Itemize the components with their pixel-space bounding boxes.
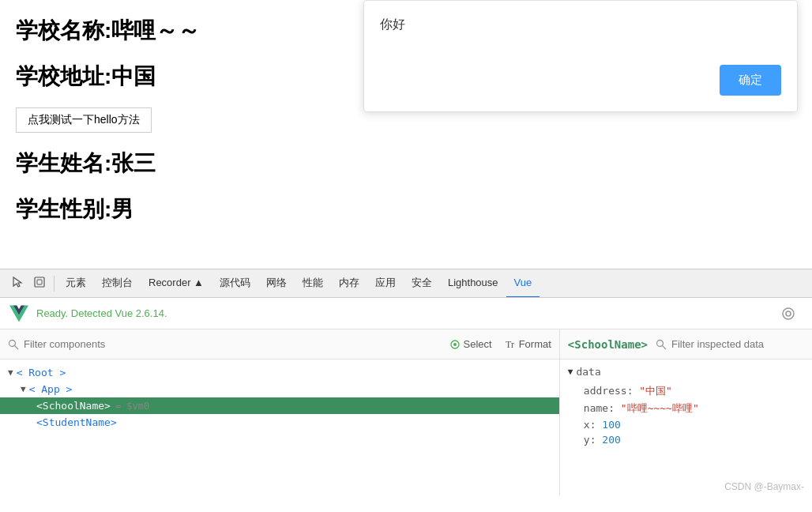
- data-prop-val-address: "中国": [639, 385, 672, 397]
- search-icon: [8, 339, 19, 350]
- data-row-x: x: 100: [568, 417, 804, 432]
- data-prop-val-name: "哔哩~~~~哔哩": [621, 402, 699, 414]
- vue-panel: Ready. Detected Vue 2.6.14.: [0, 298, 812, 495]
- devtools-panel: 元素 控制台 Recorder ▲ 源代码 网络 性能 内存 应用 安全 Lig…: [0, 269, 812, 495]
- select-label: Select: [464, 338, 492, 350]
- dialog: 你好 确定: [363, 0, 798, 112]
- devtools-tabs: 元素 控制台 Recorder ▲ 源代码 网络 性能 内存 应用 安全 Lig…: [0, 269, 812, 298]
- inspect-icon-btn[interactable]: [28, 273, 51, 294]
- vue-left-toolbar: Select Tr Format: [0, 329, 559, 360]
- data-prop-val-y: 200: [602, 434, 620, 446]
- data-row-name: name: "哔哩~~~~哔哩": [568, 400, 804, 417]
- tab-separator: [54, 276, 55, 292]
- svg-point-6: [9, 340, 16, 346]
- data-row-y: y: 200: [568, 432, 804, 447]
- tab-lighthouse[interactable]: Lighthouse: [440, 269, 506, 298]
- format-icon: Tr: [505, 339, 516, 350]
- tree-row-studentname[interactable]: <StudentName>: [0, 414, 559, 431]
- chevron-icon: ▼: [21, 384, 26, 394]
- vue-toolbar: Ready. Detected Vue 2.6.14.: [0, 298, 812, 329]
- data-area: ▼ data address: "中国" name: "哔哩~~~~哔哩" x:…: [560, 360, 812, 454]
- right-component-name: <SchoolName>: [568, 338, 648, 351]
- cursor-icon-btn[interactable]: [6, 273, 28, 294]
- tab-console[interactable]: 控制台: [94, 269, 141, 298]
- component-tree: ▼ < Root > ▼ < App > <SchoolName>: [0, 360, 559, 435]
- vue-inspect-panel: <SchoolName> ▼ data address: "中: [560, 329, 812, 495]
- dialog-text: 你好: [380, 17, 781, 33]
- vue-component-tree-panel: Select Tr Format ▼ < Root >: [0, 329, 560, 495]
- tree-tag: < Root >: [17, 367, 66, 378]
- dialog-confirm-button[interactable]: 确定: [720, 65, 781, 96]
- svg-point-4: [783, 308, 794, 319]
- tab-security[interactable]: 安全: [404, 269, 440, 298]
- student-gender: 学生性别:男: [16, 194, 796, 224]
- data-key: data: [576, 366, 600, 378]
- svg-rect-1: [37, 280, 42, 284]
- hello-btn[interactable]: 点我测试一下hello方法: [16, 107, 152, 133]
- main-content: 学校名称:哔哩～～ 学校地址:中国 点我测试一下hello方法 学生姓名:张三 …: [0, 0, 812, 269]
- svg-point-11: [657, 340, 664, 346]
- data-prop-key-name: name:: [584, 402, 621, 414]
- tab-application[interactable]: 应用: [367, 269, 404, 298]
- select-icon: [449, 339, 461, 350]
- svg-rect-0: [35, 277, 44, 287]
- tree-row-app[interactable]: ▼ < App >: [0, 381, 559, 397]
- vue-split-panel: Select Tr Format ▼ < Root >: [0, 329, 812, 495]
- vue-right-toolbar: <SchoolName>: [560, 329, 812, 360]
- vm-tag: = $vm0: [115, 401, 149, 412]
- tab-performance[interactable]: 性能: [295, 269, 331, 298]
- data-prop-key-address: address:: [584, 385, 639, 397]
- tab-network[interactable]: 网络: [258, 269, 295, 298]
- svg-point-9: [453, 343, 457, 346]
- csdn-watermark: CSDN @-Baymax-: [724, 481, 804, 492]
- tree-tag: < App >: [29, 383, 73, 395]
- svg-point-5: [786, 311, 791, 316]
- tree-row-root[interactable]: ▼ < Root >: [0, 364, 559, 381]
- tree-tag-schoolname: <SchoolName>: [36, 400, 111, 412]
- data-prop-key-y: y:: [584, 434, 602, 446]
- vue-ready-text: Ready. Detected Vue 2.6.14.: [36, 307, 780, 319]
- vue-logo-icon: [9, 304, 28, 323]
- data-section-header: ▼ data: [568, 366, 804, 378]
- student-name: 学生姓名:张三: [16, 149, 796, 179]
- tab-vue[interactable]: Vue: [506, 269, 540, 298]
- tree-tag-studentname: <StudentName>: [36, 416, 117, 428]
- tab-sources[interactable]: 源代码: [212, 269, 258, 298]
- tab-memory[interactable]: 内存: [331, 269, 367, 298]
- svg-line-12: [663, 345, 667, 349]
- format-label: Format: [519, 338, 551, 350]
- data-row-address: address: "中国": [568, 382, 804, 400]
- format-button[interactable]: Tr Format: [505, 338, 551, 350]
- data-chevron-icon: ▼: [568, 367, 573, 377]
- search-icon-right: [656, 339, 667, 350]
- chevron-icon: ▼: [8, 367, 13, 378]
- svg-text:Tr: Tr: [506, 339, 514, 350]
- component-icon: [780, 306, 796, 322]
- filter-inspect-input[interactable]: [671, 338, 804, 350]
- svg-line-7: [15, 345, 19, 349]
- tab-recorder[interactable]: Recorder ▲: [141, 269, 212, 298]
- select-button[interactable]: Select: [449, 338, 492, 350]
- data-prop-val-x: 100: [602, 419, 620, 431]
- filter-components-input[interactable]: [24, 338, 449, 350]
- data-prop-key-x: x:: [584, 419, 602, 431]
- tab-elements[interactable]: 元素: [58, 269, 94, 298]
- tree-row-schoolname[interactable]: <SchoolName> = $vm0: [0, 397, 559, 414]
